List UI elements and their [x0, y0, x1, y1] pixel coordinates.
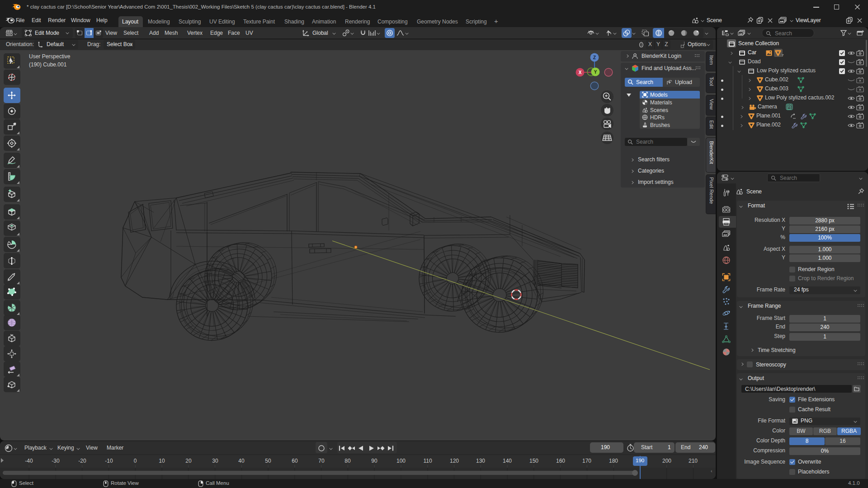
svg-text:(190) Cube.001: (190) Cube.001 — [29, 61, 67, 68]
svg-text:Y: Y — [594, 70, 597, 75]
svg-text:X: X — [579, 70, 582, 75]
svg-text:User Perspective: User Perspective — [29, 53, 71, 60]
svg-text:Z: Z — [593, 55, 596, 60]
